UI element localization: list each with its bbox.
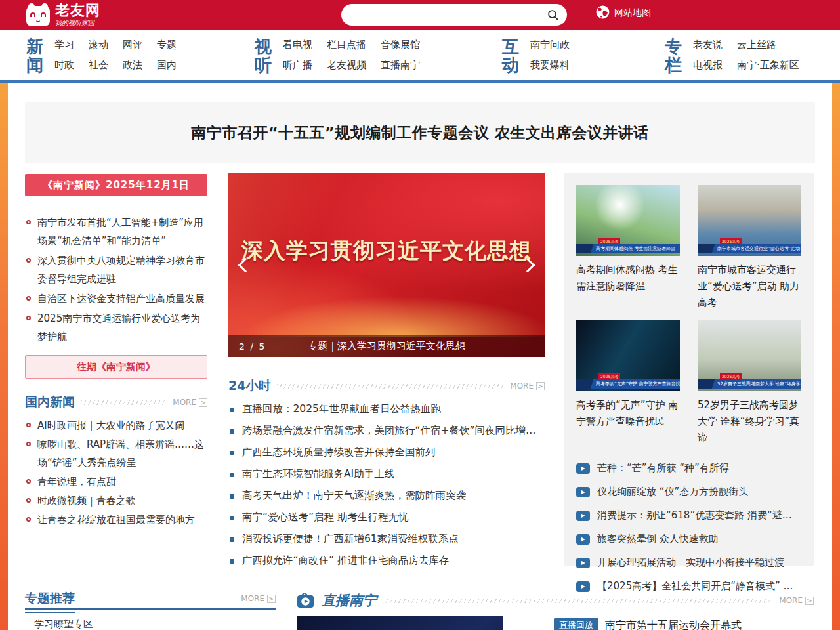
video-card[interactable]: 2025高考 高考季的“无声”守护 南宁警方严查噪音扰民 高考季的“无声”守护 …: [576, 320, 680, 455]
news-link[interactable]: 直播回放：2025年世界献血者日公益热血跑: [242, 402, 441, 416]
news-link[interactable]: 高考天气出炉！南宁天气逐渐炎热，需防阵雨突袭: [242, 489, 466, 503]
news-link[interactable]: 广西生态环境质量持续改善并保持全国前列: [242, 446, 436, 459]
nav-section-news[interactable]: 新闻: [26, 37, 46, 74]
center-column: 深入学习贯彻习近平文化思想 2 / 5 专题｜深入学习贯彻习近平文化思想 24小…: [228, 173, 545, 576]
video-caption[interactable]: 高考期间体感闷热 考生需注意防暑降温: [576, 262, 680, 295]
video-link[interactable]: 【2025高考】全社会共同开启“静音模式” 文明之…: [597, 580, 801, 593]
nav-link[interactable]: 滚动: [89, 39, 108, 51]
news-link[interactable]: 自治区下达资金支持铝产业高质量发展: [37, 289, 205, 308]
video-card[interactable]: 2025高考 南宁市城市客运交通行业“爱心送考”启动 助力高考 南宁市城市客运交…: [698, 185, 801, 320]
video-link[interactable]: 消费提示：别让“618”优惠变套路 消费“避坑”全指南: [597, 509, 801, 522]
nav-link[interactable]: 老友说: [693, 39, 723, 51]
more-link[interactable]: MORE>: [173, 398, 207, 407]
nav-link[interactable]: 南宁问政: [530, 39, 570, 51]
play-icon: ▶: [576, 463, 590, 474]
news-link[interactable]: 消费投诉更便捷！广西新增61家消费维权联系点: [242, 532, 459, 546]
archive-button[interactable]: 往期《南宁新闻》: [25, 355, 207, 379]
video-caption[interactable]: 52岁男子三战高考圆梦大学 诠释“终身学习”真谛: [698, 397, 801, 446]
topic-item[interactable]: 学习瞭望专区: [25, 618, 276, 630]
nav-link[interactable]: 听广播: [283, 59, 312, 72]
carousel[interactable]: 深入学习贯彻习近平文化思想 2 / 5 专题｜深入学习贯彻习近平文化思想: [228, 173, 545, 357]
nav-link[interactable]: 社会: [89, 59, 108, 72]
news-item: 广西拟允许“商改住” 推进非住宅商品房去库存: [228, 554, 545, 568]
news-link[interactable]: 南宁生态环境智能服务AI助手上线: [242, 467, 394, 481]
video-list-item[interactable]: ▶旅客突然晕倒 众人快速救助: [576, 533, 802, 545]
more-link[interactable]: MORE>: [779, 596, 814, 605]
nav-link[interactable]: 专题: [157, 39, 177, 51]
news-item: 消费投诉更便捷！广西新增61家消费维权联系点: [228, 532, 545, 546]
nav-link[interactable]: 电视报: [693, 59, 723, 72]
play-icon: ▶: [576, 534, 590, 545]
bullet-icon: [230, 408, 234, 412]
tv-logo-chip: [698, 244, 715, 253]
nav-link[interactable]: 网评: [123, 39, 142, 51]
nav-link[interactable]: 音像展馆: [381, 39, 420, 51]
nanning-news-banner[interactable]: 《南宁新闻》2025年12月1日: [25, 174, 207, 196]
video-link[interactable]: 开展心理拓展活动 实现中小衔接平稳过渡: [597, 556, 784, 569]
news-link[interactable]: 2025南宁市交通运输行业爱心送考为梦护航: [37, 309, 207, 346]
live-section: 直播南宁 MORE> 直播回放 南宁市第十五届运动会开幕式: [297, 593, 814, 630]
top-headline-link[interactable]: 南宁市召开“十五五”规划编制工作专题会议 农生文出席会议并讲话: [191, 123, 649, 143]
nav-link[interactable]: 看电视: [283, 39, 312, 51]
nav-group-media: 视听 看电视栏目点播音像展馆 听广播老友视频直播南宁: [255, 37, 420, 74]
news-item: 让青春之花绽放在祖国最需要的地方: [25, 511, 207, 529]
nav-link[interactable]: 时政: [54, 59, 74, 72]
bullet-icon: [26, 442, 31, 446]
video-list-item[interactable]: ▶芒种：“芒”有所获 “种”有所得: [576, 462, 802, 474]
nav-link[interactable]: 南宁·五象新区: [737, 59, 799, 72]
video-link[interactable]: 旅客突然晕倒 众人快速救助: [597, 533, 719, 545]
video-card[interactable]: 2025高考 高考期间体感闷热 考生需注意防暑降温 高考期间体感闷热 考生需注意…: [576, 185, 680, 320]
nav-section-interact[interactable]: 互动: [502, 37, 522, 74]
video-thumbnail[interactable]: 2025高考 高考期间体感闷热 考生需注意防暑降温: [576, 185, 680, 256]
video-caption[interactable]: 高考季的“无声”守护 南宁警方严查噪音扰民: [576, 397, 680, 430]
video-thumbnail[interactable]: 2025高考 52岁男子三战高考圆梦大学 诠释“终身学习”真谛: [698, 320, 801, 391]
news-link[interactable]: 广西拟允许“商改住” 推进非住宅商品房去库存: [242, 554, 450, 568]
video-thumbnail[interactable]: 2025高考 南宁市城市客运交通行业“爱心送考”启动 助力高考: [698, 185, 801, 256]
news-link[interactable]: 青年说理，有点甜: [37, 472, 116, 491]
bullet-icon: [26, 498, 31, 503]
live-item-title[interactable]: 南宁市第十五届运动会开幕式: [605, 618, 742, 630]
nav-link[interactable]: 国内: [157, 59, 177, 72]
nav-section-columns[interactable]: 专栏: [665, 37, 684, 74]
video-link[interactable]: 芒种：“芒”有所获 “种”有所得: [597, 462, 729, 474]
nav-link[interactable]: 老友视频: [327, 59, 366, 72]
more-link[interactable]: MORE>: [510, 381, 545, 390]
search-box[interactable]: [341, 4, 567, 26]
nav-link[interactable]: 栏目点播: [327, 39, 366, 51]
video-list-item[interactable]: ▶仪花绚丽绽放 “仪”态万方扮靓街头: [576, 486, 802, 498]
nav-link[interactable]: 学习: [54, 39, 74, 51]
carousel-caption-bar: 2 / 5 专题｜深入学习贯彻习近平文化思想: [228, 335, 545, 357]
nav-link[interactable]: 云上丝路: [737, 39, 776, 51]
live-thumbnail[interactable]: [297, 616, 503, 630]
news-link[interactable]: 时政微视频｜青春之歌: [37, 492, 136, 510]
sitemap-link[interactable]: 网站地图: [596, 5, 651, 21]
news-link[interactable]: 跨场景融合激发住宿新需求，美团旅行“住宿+餐饮”间夜同比增…: [242, 424, 536, 438]
search-icon[interactable]: [547, 9, 559, 21]
carousel-caption[interactable]: 专题｜深入学习贯彻习近平文化思想: [228, 340, 545, 352]
more-link[interactable]: MORE>: [241, 594, 276, 603]
bullet-icon: [26, 316, 31, 320]
news-link[interactable]: 让青春之花绽放在祖国最需要的地方: [37, 511, 195, 529]
news-link[interactable]: 南宁“爱心送考”启程 助考生行程无忧: [242, 511, 409, 524]
news-link[interactable]: 嘹啰山歌、RAP辟谣、相亲辨谣……这场“铲谣”大秀亮点纷呈: [37, 435, 207, 472]
site-logo[interactable]: 老友网 我的视听家园: [26, 3, 100, 26]
video-thumbnail[interactable]: 2025高考 高考季的“无声”守护 南宁警方严查噪音扰民: [576, 320, 680, 391]
news-link[interactable]: AI时政画报｜大农业的路子宽又阔: [37, 416, 184, 434]
hatch-divider: [81, 400, 166, 405]
video-caption[interactable]: 南宁市城市客运交通行业“爱心送考”启动 助力高考: [698, 262, 801, 311]
live-list-item[interactable]: 直播回放 南宁市第十五届运动会开幕式: [554, 618, 742, 630]
news-link[interactable]: 南宁市发布首批“人工智能+制造”应用场景“机会清单”和“能力清单”: [37, 213, 207, 250]
nav-section-media[interactable]: 视听: [255, 37, 274, 74]
nav-link[interactable]: 政法: [123, 59, 142, 72]
nav-link[interactable]: 我要爆料: [530, 59, 570, 72]
topics-title: 专题推荐: [25, 590, 75, 613]
news-link[interactable]: 深入贯彻中央八项规定精神学习教育市委督导组完成进驻: [37, 251, 207, 288]
video-card[interactable]: 2025高考 52岁男子三战高考圆梦大学 诠释“终身学习”真谛 52岁男子三战高…: [698, 320, 801, 455]
video-list-item[interactable]: ▶【2025高考】全社会共同开启“静音模式” 文明之…: [576, 580, 802, 593]
nav-link[interactable]: 直播南宁: [381, 59, 420, 72]
news-banner-strip: 52岁男子三战高考圆梦大学 诠释“终身学习”真谛: [698, 379, 801, 388]
video-list-item[interactable]: ▶开展心理拓展活动 实现中小衔接平稳过渡: [576, 556, 802, 569]
video-link[interactable]: 仪花绚丽绽放 “仪”态万方扮靓街头: [597, 486, 748, 498]
video-list-item[interactable]: ▶消费提示：别让“618”优惠变套路 消费“避坑”全指南: [576, 509, 802, 522]
search-input[interactable]: [341, 4, 547, 26]
